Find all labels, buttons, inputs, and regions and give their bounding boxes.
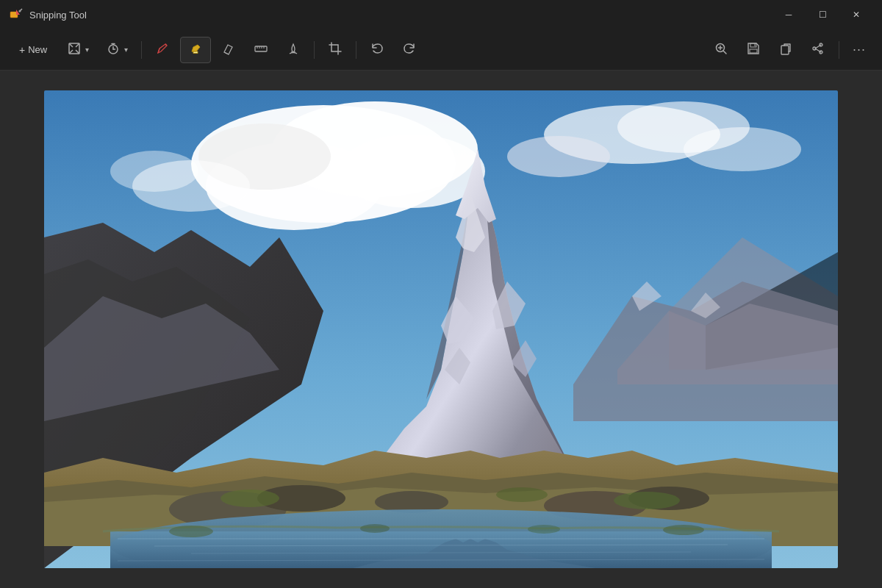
undo-button[interactable]: [362, 37, 392, 63]
new-button[interactable]: + New: [9, 37, 57, 63]
svg-point-88: [528, 525, 560, 534]
svg-rect-32: [781, 46, 789, 54]
minimize-button[interactable]: ─: [772, 3, 806, 26]
ruler-tool-button[interactable]: [246, 37, 276, 63]
new-label: New: [28, 44, 47, 55]
svg-point-3: [19, 10, 21, 12]
svg-point-77: [614, 492, 680, 509]
snip-mode-button[interactable]: ▾: [60, 37, 96, 63]
svg-point-35: [813, 47, 816, 50]
highlighter-tool-button[interactable]: [180, 37, 211, 63]
svg-point-87: [360, 524, 390, 533]
copy-icon: [778, 41, 793, 58]
svg-line-26: [723, 51, 726, 54]
svg-point-14: [165, 44, 167, 46]
undo-icon: [370, 41, 384, 58]
eraser-tool-button[interactable]: [214, 37, 243, 63]
title-bar-controls: ─ ☐ ✕: [772, 3, 873, 26]
toolbar: + New ▾ ▾: [0, 29, 882, 71]
svg-point-85: [169, 526, 213, 537]
more-icon: ···: [853, 42, 866, 57]
crop-icon: [328, 41, 343, 58]
svg-line-17: [224, 52, 229, 54]
snip-mode-icon: [68, 42, 81, 57]
image-container: [44, 90, 838, 568]
maximize-button[interactable]: ☐: [806, 3, 839, 26]
touch-write-icon: [286, 41, 301, 58]
svg-point-45: [684, 127, 801, 171]
mountain-image: [44, 90, 838, 568]
close-icon: ✕: [853, 10, 860, 20]
save-icon: [746, 41, 761, 58]
save-button[interactable]: [739, 37, 768, 63]
svg-rect-30: [750, 49, 757, 53]
title-bar: Snipping Tool ─ ☐ ✕: [0, 0, 882, 29]
maximize-icon: ☐: [819, 10, 827, 20]
copy-button[interactable]: [771, 37, 800, 63]
pen-icon: [155, 41, 170, 58]
pen-tool-button[interactable]: [148, 37, 177, 63]
ruler-icon: [254, 41, 268, 58]
title-bar-left: Snipping Tool: [9, 7, 87, 22]
redo-button[interactable]: [395, 37, 424, 63]
touch-write-button[interactable]: [279, 37, 308, 63]
svg-rect-29: [750, 43, 756, 47]
crop-button[interactable]: [320, 37, 350, 63]
plus-icon: +: [19, 44, 25, 56]
eraser-icon: [221, 41, 236, 58]
svg-point-75: [220, 490, 279, 507]
svg-rect-18: [255, 46, 267, 51]
separator-1: [141, 41, 142, 59]
canvas-area: [0, 71, 882, 588]
close-button[interactable]: ✕: [839, 3, 873, 26]
app-icon: [9, 7, 24, 22]
separator-2: [314, 41, 315, 59]
share-button[interactable]: [803, 37, 833, 63]
timer-button[interactable]: ▾: [99, 37, 135, 63]
highlighter-icon: [188, 41, 203, 58]
app-title: Snipping Tool: [29, 10, 87, 21]
zoom-in-button[interactable]: [706, 37, 736, 63]
redo-icon: [402, 41, 417, 58]
timer-chevron: ▾: [124, 46, 128, 54]
svg-point-46: [507, 136, 610, 177]
more-options-button[interactable]: ···: [845, 37, 873, 63]
zoom-in-icon: [714, 41, 728, 58]
separator-3: [356, 41, 356, 59]
snip-mode-chevron: ▾: [85, 46, 89, 54]
separator-4: [839, 41, 839, 59]
minimize-icon: ─: [786, 10, 792, 20]
share-icon: [811, 41, 825, 58]
svg-rect-24: [331, 45, 338, 51]
svg-point-48: [110, 151, 198, 192]
svg-point-76: [496, 487, 548, 502]
svg-point-86: [663, 525, 704, 535]
timer-icon: [107, 42, 120, 57]
